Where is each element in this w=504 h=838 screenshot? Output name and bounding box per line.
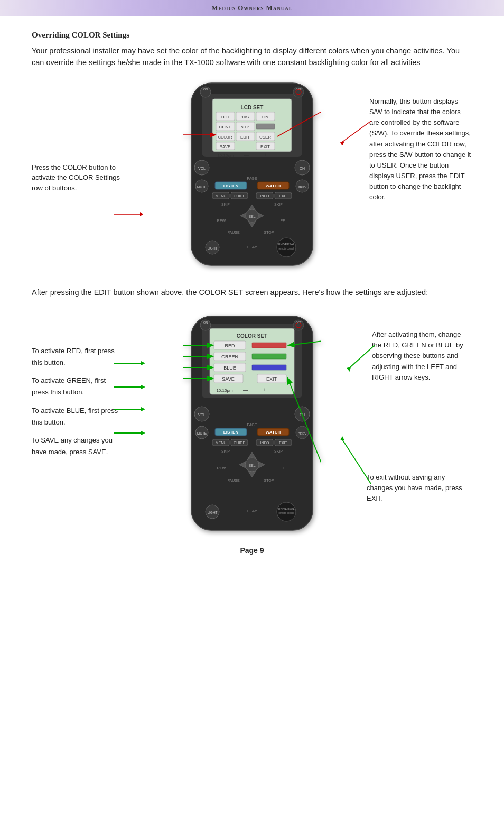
svg-text:remote control: remote control: [279, 512, 294, 514]
page-number: Page 9: [240, 546, 264, 555]
left-ann-red: To activate RED, first press this button…: [32, 345, 124, 369]
svg-text:REW: REW: [217, 219, 226, 223]
arrow-exit: [339, 436, 371, 489]
svg-text:CH: CH: [300, 167, 305, 170]
svg-text:CONT: CONT: [219, 125, 231, 130]
svg-text:UNIVERSAL: UNIVERSAL: [278, 243, 294, 246]
page-footer: Page 9: [32, 546, 472, 555]
svg-text:GUIDE: GUIDE: [234, 194, 246, 198]
svg-text:UNIVERSAL: UNIVERSAL: [278, 507, 294, 510]
arrow-left-1: [114, 211, 143, 217]
svg-text:MENU: MENU: [216, 441, 227, 445]
svg-marker-77: [340, 141, 344, 145]
svg-text:PLAY: PLAY: [247, 509, 258, 513]
svg-text:PAGE: PAGE: [247, 177, 257, 180]
diagram-area-2: To activate RED, first press this button…: [32, 314, 472, 536]
svg-rect-87: [252, 354, 286, 359]
svg-text:PAUSE: PAUSE: [227, 231, 240, 234]
left-annotation-2: To activate RED, first press this button…: [32, 345, 124, 458]
arrow-right-2: [346, 343, 375, 372]
svg-text:COLOR SET: COLOR SET: [237, 333, 267, 339]
svg-text:LISTEN: LISTEN: [223, 430, 239, 435]
remote-device-2: COLOR SET RED GREEN BLUE SAVE EXIT: [183, 314, 321, 535]
remote-device-1: LCD SET LCD 10S ON CONT 50% COLOR EDIT: [183, 80, 321, 270]
svg-text:EDIT: EDIT: [240, 135, 250, 140]
svg-text:remote control: remote control: [279, 247, 294, 250]
svg-text:MENU: MENU: [216, 194, 227, 198]
svg-text:MUTE: MUTE: [197, 431, 207, 435]
svg-text:STOP: STOP: [264, 478, 274, 482]
svg-text:SEL: SEL: [248, 215, 255, 218]
left-ann-blue: To activate BLUE, first press this butto…: [32, 405, 124, 428]
right-annotation-1: Normally, this button displays S/W to in…: [369, 96, 472, 202]
svg-text:STOP: STOP: [264, 231, 274, 234]
svg-text:WATCH: WATCH: [266, 183, 281, 188]
left-annotation-1: Press the COLOR button to activate the C…: [32, 162, 122, 194]
svg-text:SKIP: SKIP: [221, 202, 230, 206]
svg-text:ON: ON: [203, 88, 208, 91]
bottom-right-annotation: To exit without saving any changes you h…: [367, 472, 472, 504]
svg-rect-14: [256, 124, 275, 129]
svg-text:EXIT: EXIT: [279, 194, 287, 198]
svg-text:EXIT: EXIT: [266, 376, 277, 382]
svg-text:SKIP: SKIP: [274, 202, 283, 206]
svg-text:LCD SET: LCD SET: [241, 105, 264, 110]
left-ann-save: To SAVE any changes you have made, press…: [32, 435, 124, 458]
svg-text:FF: FF: [281, 466, 285, 470]
svg-text:WATCH: WATCH: [266, 430, 281, 435]
header-title: Medius Owners Manual: [211, 4, 293, 12]
svg-text:VOL: VOL: [198, 167, 206, 170]
svg-text:+: +: [263, 387, 266, 393]
svg-text:ON: ON: [203, 321, 208, 324]
arrow-right-1: [339, 118, 371, 145]
svg-text:—: —: [244, 152, 249, 158]
svg-text:INFO: INFO: [260, 194, 269, 198]
svg-text:GUIDE: GUIDE: [234, 441, 246, 445]
svg-text:PREV: PREV: [298, 186, 306, 189]
svg-text:GREEN: GREEN: [221, 354, 238, 360]
svg-rect-84: [252, 343, 286, 348]
svg-line-76: [342, 121, 371, 142]
section-title: Overriding COLOR Settings: [32, 31, 472, 40]
svg-marker-155: [141, 431, 145, 435]
svg-text:10:15pm: 10:15pm: [217, 153, 234, 158]
page-content: Overriding COLOR Settings Your professio…: [0, 31, 504, 555]
svg-marker-153: [141, 407, 145, 411]
svg-text:10S: 10S: [241, 115, 249, 119]
svg-line-156: [348, 345, 375, 369]
svg-text:LISTEN: LISTEN: [223, 183, 239, 188]
diagram-area-1: Press the COLOR button to activate the C…: [32, 80, 472, 271]
svg-text:RED: RED: [225, 343, 235, 348]
svg-marker-157: [347, 367, 351, 372]
svg-text:LIGHT: LIGHT: [207, 511, 217, 514]
svg-text:+: +: [264, 152, 267, 158]
svg-text:LIGHT: LIGHT: [207, 246, 217, 250]
svg-marker-75: [140, 212, 143, 216]
svg-text:COLOR: COLOR: [218, 135, 232, 140]
svg-text:LCD: LCD: [221, 115, 229, 119]
intro-text: Your professional installer may have set…: [32, 45, 472, 69]
mid-text: After pressing the EDIT button shown abo…: [32, 287, 472, 299]
svg-text:PLAY: PLAY: [247, 245, 258, 250]
svg-text:PAGE: PAGE: [247, 423, 257, 427]
svg-text:USER: USER: [259, 135, 271, 140]
svg-marker-159: [340, 436, 344, 440]
svg-text:ON: ON: [262, 115, 268, 119]
svg-marker-151: [141, 385, 145, 389]
svg-text:MUTE: MUTE: [197, 185, 207, 189]
svg-marker-149: [141, 361, 145, 365]
svg-text:PREV: PREV: [298, 432, 306, 435]
page-header: Medius Owners Manual: [0, 0, 504, 16]
svg-text:—: —: [243, 387, 248, 393]
svg-text:EXIT: EXIT: [260, 144, 270, 149]
svg-text:VOL: VOL: [198, 413, 206, 417]
svg-text:SKIP: SKIP: [221, 449, 230, 453]
left-ann-green: To activate GREEN, first press this butt…: [32, 375, 124, 398]
svg-text:PAUSE: PAUSE: [227, 478, 240, 482]
svg-text:SKIP: SKIP: [274, 449, 283, 453]
svg-rect-90: [252, 365, 286, 370]
svg-text:50%: 50%: [241, 125, 249, 130]
svg-text:SAVE: SAVE: [220, 144, 231, 149]
svg-text:INFO: INFO: [260, 441, 269, 445]
svg-text:REW: REW: [217, 466, 226, 470]
